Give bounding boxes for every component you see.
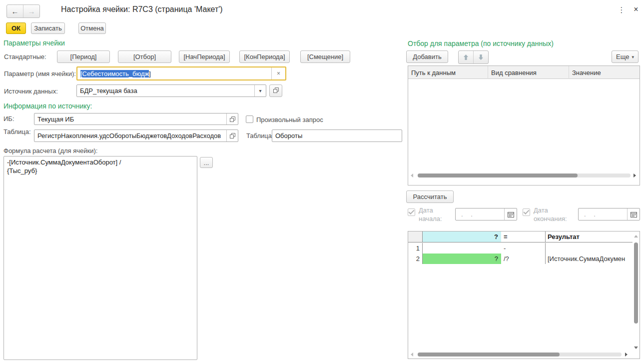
column-header-data-path: Путь к данным bbox=[408, 66, 488, 79]
section-source-info: Информация по источнику: bbox=[3, 102, 92, 110]
formula-ellipsis-button[interactable]: ... bbox=[200, 157, 213, 168]
standard-button-nachperioda[interactable]: [НачПериода] bbox=[179, 50, 230, 63]
formula-textarea[interactable]: -[Источник.СуммаДокументаОборот] / {Тыс_… bbox=[3, 156, 197, 360]
table2-label: Таблица: bbox=[246, 132, 274, 140]
forward-icon[interactable]: → bbox=[23, 5, 39, 18]
formula-text: -[Источник.СуммаДокументаОборот] / {Тыс_… bbox=[4, 156, 197, 176]
date-end-placeholder: . . bbox=[579, 210, 627, 218]
standard-button-otbor[interactable]: [Отбор] bbox=[118, 50, 171, 63]
date-start-label-2: начала: bbox=[419, 215, 442, 222]
filter-hscroll-thumb[interactable] bbox=[418, 174, 578, 178]
open-window-icon[interactable] bbox=[226, 130, 238, 142]
check-icon bbox=[523, 208, 529, 214]
table2-value: Обороты bbox=[272, 132, 402, 140]
open-source-button[interactable] bbox=[269, 84, 282, 97]
date-start-label-1: Дата bbox=[419, 206, 433, 214]
date-start-input[interactable]: . . bbox=[455, 208, 517, 220]
data-source-combobox[interactable]: БДР_текущая база ▾ bbox=[76, 84, 266, 97]
calendar-icon[interactable] bbox=[627, 208, 640, 220]
cancel-button[interactable]: Отмена bbox=[78, 22, 106, 34]
nav-button-group: ← → bbox=[6, 4, 40, 18]
data-source-label: Источник данных: bbox=[4, 88, 58, 95]
result-row1-result[interactable] bbox=[545, 243, 633, 254]
param-name-label: Параметр (имя ячейки): bbox=[4, 70, 76, 78]
arbitrary-query-checkbox[interactable] bbox=[246, 116, 253, 123]
write-button[interactable]: Записать bbox=[31, 22, 65, 34]
table-value: РегистрНакопления.удсОборотыБюджетовДохо… bbox=[34, 132, 226, 140]
ok-button[interactable]: ОК bbox=[6, 22, 26, 34]
table-input[interactable]: РегистрНакопления.удсОборотыБюджетовДохо… bbox=[34, 130, 238, 142]
result-header-value-cell: ? bbox=[423, 232, 501, 242]
clear-field-icon[interactable]: × bbox=[271, 68, 285, 80]
ib-value: Текущая ИБ bbox=[34, 116, 226, 123]
page-title: Настройка ячейки: R7C3 (страница 'Макет'… bbox=[61, 5, 223, 14]
scroll-left-icon[interactable] bbox=[411, 352, 413, 356]
result-hscroll-thumb[interactable] bbox=[418, 352, 560, 356]
date-start-placeholder: . . bbox=[456, 210, 504, 218]
standard-button-konperioda[interactable]: [КонПериода] bbox=[239, 50, 290, 63]
filter-table-header: Путь к данным Вид сравнения Значение bbox=[408, 66, 640, 79]
section-parameter-filter: Отбор для параметра (по источнику данных… bbox=[408, 40, 554, 48]
back-icon[interactable]: ← bbox=[7, 5, 23, 18]
scroll-down-icon[interactable] bbox=[634, 346, 638, 349]
kebab-menu-icon[interactable]: ⋮ bbox=[618, 6, 626, 16]
move-buttons-group bbox=[458, 50, 489, 64]
formula-label: Формула расчета (для ячейки): bbox=[3, 147, 97, 154]
ib-input[interactable]: Текущая ИБ bbox=[34, 113, 238, 125]
result-header-result: Результат bbox=[545, 232, 633, 242]
cell-settings-window: ← → Настройка ячейки: R7C3 (страница 'Ма… bbox=[0, 0, 644, 364]
move-up-icon[interactable] bbox=[459, 51, 473, 64]
add-button[interactable]: Добавить bbox=[406, 50, 448, 63]
result-row1-value-cell[interactable] bbox=[423, 243, 501, 254]
date-end-label-2: окончания: bbox=[534, 215, 567, 222]
table-label: Таблица: bbox=[3, 128, 31, 136]
date-end-label-1: Дата bbox=[534, 206, 548, 214]
more-button-label: Еще bbox=[616, 53, 629, 60]
standard-button-smeschenie[interactable]: [Смещение] bbox=[300, 50, 350, 63]
close-icon[interactable]: × bbox=[632, 5, 641, 16]
result-row2-operator[interactable]: /? bbox=[501, 254, 545, 264]
data-source-value: БДР_текущая база bbox=[77, 87, 254, 94]
result-header-rownum bbox=[408, 232, 423, 242]
column-header-value: Значение bbox=[569, 66, 640, 79]
scroll-right-icon[interactable] bbox=[625, 352, 628, 356]
chevron-down-icon[interactable]: ▾ bbox=[254, 85, 266, 96]
arbitrary-query-label: Произвольный запрос bbox=[256, 116, 323, 124]
date-end-checkbox[interactable] bbox=[523, 208, 530, 216]
more-button[interactable]: Еще▾ bbox=[612, 50, 639, 63]
param-tail-text: ] bbox=[149, 70, 151, 78]
open-window-icon[interactable] bbox=[226, 114, 238, 124]
result-row2-value-cell[interactable]: ? bbox=[423, 254, 501, 264]
param-selected-text: [Себестоимость_бюдж bbox=[80, 70, 149, 78]
table2-input[interactable]: Обороты bbox=[272, 130, 402, 142]
move-down-icon[interactable] bbox=[473, 51, 488, 64]
result-table: ? = Результат 1 - 2 ? /? [Источник.Сумма… bbox=[408, 231, 640, 359]
result-row1-operator[interactable]: - bbox=[501, 243, 545, 254]
date-start-checkbox[interactable] bbox=[408, 208, 415, 216]
scroll-right-icon[interactable] bbox=[634, 174, 636, 178]
column-header-comparison: Вид сравнения bbox=[488, 66, 569, 79]
result-header-operator: = bbox=[501, 232, 545, 242]
result-row2-num[interactable]: 2 bbox=[408, 254, 423, 264]
section-cell-params: Параметры ячейки bbox=[3, 39, 65, 47]
result-row2-result[interactable]: [Источник.СуммаДокумен bbox=[545, 254, 633, 264]
calculate-button[interactable]: Рассчитать bbox=[406, 190, 454, 203]
ib-label: ИБ: bbox=[3, 115, 14, 122]
chevron-down-icon: ▾ bbox=[632, 54, 634, 60]
param-name-input[interactable]: [Себестоимость_бюдж] × bbox=[76, 66, 286, 80]
standard-label: Стандартные: bbox=[4, 53, 46, 60]
calendar-icon[interactable] bbox=[504, 208, 517, 220]
filter-table: Путь к данным Вид сравнения Значение bbox=[408, 66, 640, 186]
standard-button-period[interactable]: [Период] bbox=[57, 50, 110, 63]
scroll-up-icon[interactable] bbox=[634, 235, 638, 238]
date-end-input[interactable]: . . bbox=[578, 208, 640, 220]
scroll-left-icon[interactable] bbox=[411, 174, 413, 178]
result-vscroll-thumb[interactable] bbox=[634, 242, 638, 324]
result-row1-num[interactable]: 1 bbox=[408, 243, 423, 254]
open-window-icon bbox=[273, 87, 279, 94]
check-icon bbox=[408, 208, 414, 214]
